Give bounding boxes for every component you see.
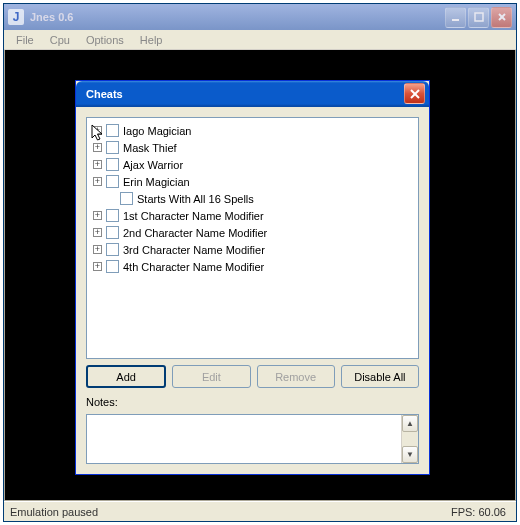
- cheat-checkbox[interactable]: [120, 192, 133, 205]
- cheats-dialog: Cheats +Iago Magician+Mask Thief+Ajax Wa…: [75, 80, 430, 475]
- cheat-checkbox[interactable]: [106, 158, 119, 171]
- cheat-label: Ajax Warrior: [123, 159, 183, 171]
- cheat-checkbox[interactable]: [106, 209, 119, 222]
- scroll-up-button[interactable]: ▲: [402, 415, 418, 432]
- expand-icon[interactable]: +: [93, 177, 102, 186]
- cheat-item[interactable]: +Iago Magician: [89, 122, 416, 139]
- maximize-icon: [474, 12, 484, 22]
- cheat-checkbox[interactable]: [106, 175, 119, 188]
- dialog-title: Cheats: [84, 88, 404, 100]
- cheat-label: Mask Thief: [123, 142, 177, 154]
- cheat-item[interactable]: Starts With All 16 Spells: [89, 190, 416, 207]
- cheat-checkbox[interactable]: [106, 226, 119, 239]
- notes-label: Notes:: [86, 396, 419, 408]
- expand-icon[interactable]: +: [93, 245, 102, 254]
- cheat-checkbox[interactable]: [106, 141, 119, 154]
- cheat-item[interactable]: +4th Character Name Modifier: [89, 258, 416, 275]
- main-title: Jnes 0.6: [28, 11, 445, 23]
- minimize-button[interactable]: [445, 7, 466, 28]
- add-button[interactable]: Add: [86, 365, 166, 388]
- status-emulation: Emulation paused: [6, 506, 451, 518]
- cheat-checkbox[interactable]: [106, 124, 119, 137]
- cheat-label: 4th Character Name Modifier: [123, 261, 264, 273]
- app-icon: J: [8, 9, 24, 25]
- cheat-item[interactable]: +Ajax Warrior: [89, 156, 416, 173]
- expand-icon[interactable]: +: [93, 228, 102, 237]
- tree-spacer: [107, 194, 116, 203]
- statusbar: Emulation paused FPS: 60.06: [4, 501, 516, 521]
- cheat-checkbox[interactable]: [106, 243, 119, 256]
- cheat-label: 3rd Character Name Modifier: [123, 244, 265, 256]
- edit-button: Edit: [172, 365, 250, 388]
- cheat-tree[interactable]: +Iago Magician+Mask Thief+Ajax Warrior+E…: [86, 117, 419, 359]
- cheat-label: 2nd Character Name Modifier: [123, 227, 267, 239]
- notes-scrollbar[interactable]: ▲ ▼: [401, 415, 418, 463]
- dialog-close-button[interactable]: [404, 83, 425, 104]
- chevron-down-icon: ▼: [406, 450, 414, 459]
- maximize-button[interactable]: [468, 7, 489, 28]
- dialog-button-row: Add Edit Remove Disable All: [86, 365, 419, 388]
- menu-options[interactable]: Options: [78, 32, 132, 48]
- chevron-up-icon: ▲: [406, 419, 414, 428]
- main-titlebar[interactable]: J Jnes 0.6: [4, 4, 516, 30]
- close-icon: [497, 12, 507, 22]
- expand-icon[interactable]: +: [93, 211, 102, 220]
- remove-button: Remove: [257, 365, 335, 388]
- minimize-icon: [451, 12, 461, 22]
- close-button[interactable]: [491, 7, 512, 28]
- cheat-label: Erin Magician: [123, 176, 190, 188]
- expand-icon[interactable]: +: [93, 262, 102, 271]
- dialog-titlebar[interactable]: Cheats: [76, 81, 429, 107]
- menu-file[interactable]: File: [8, 32, 42, 48]
- svg-rect-1: [475, 13, 483, 21]
- menubar: File Cpu Options Help: [4, 30, 516, 50]
- cheat-checkbox[interactable]: [106, 260, 119, 273]
- cheat-label: Starts With All 16 Spells: [137, 193, 254, 205]
- cheat-label: 1st Character Name Modifier: [123, 210, 264, 222]
- notes-textarea[interactable]: ▲ ▼: [86, 414, 419, 464]
- cheat-item[interactable]: +3rd Character Name Modifier: [89, 241, 416, 258]
- disable-all-button[interactable]: Disable All: [341, 365, 419, 388]
- status-fps: FPS: 60.06: [451, 506, 514, 518]
- menu-help[interactable]: Help: [132, 32, 171, 48]
- cheat-item[interactable]: +2nd Character Name Modifier: [89, 224, 416, 241]
- cheat-item[interactable]: +Erin Magician: [89, 173, 416, 190]
- scroll-down-button[interactable]: ▼: [402, 446, 418, 463]
- cheat-item[interactable]: +Mask Thief: [89, 139, 416, 156]
- cheat-item[interactable]: +1st Character Name Modifier: [89, 207, 416, 224]
- cheat-label: Iago Magician: [123, 125, 192, 137]
- expand-icon[interactable]: +: [93, 160, 102, 169]
- menu-cpu[interactable]: Cpu: [42, 32, 78, 48]
- svg-rect-0: [452, 19, 459, 21]
- expand-icon[interactable]: +: [93, 126, 102, 135]
- expand-icon[interactable]: +: [93, 143, 102, 152]
- close-icon: [409, 88, 421, 100]
